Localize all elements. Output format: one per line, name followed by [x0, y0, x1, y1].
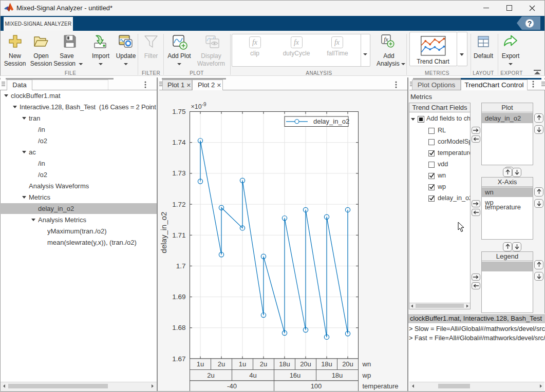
svg-text:1.72: 1.72 [172, 201, 185, 208]
svg-text:1.73: 1.73 [172, 169, 185, 177]
svg-text:18u: 18u [321, 360, 332, 368]
svg-text:2u: 2u [207, 371, 214, 379]
svg-text:wp: wp [362, 371, 371, 379]
svg-text:2u: 2u [260, 360, 267, 368]
svg-text:delay_in_o2: delay_in_o2 [313, 117, 349, 125]
svg-text:16u: 16u [290, 371, 301, 379]
svg-text:100: 100 [311, 382, 322, 390]
svg-text:20u: 20u [300, 360, 311, 368]
svg-text:delay_in_o2: delay_in_o2 [159, 212, 168, 253]
svg-text:×10-9: ×10-9 [191, 102, 207, 110]
svg-text:fx: fx [252, 38, 258, 46]
svg-text:2u: 2u [218, 360, 225, 368]
svg-text:?: ? [528, 19, 532, 28]
svg-text:fx: fx [334, 38, 340, 46]
svg-text:fx: fx [294, 38, 299, 46]
svg-text:1.74: 1.74 [172, 139, 186, 146]
svg-text:wn: wn [362, 360, 371, 368]
svg-text:4u: 4u [249, 371, 256, 379]
svg-text:temperature: temperature [363, 382, 399, 390]
svg-text:1u: 1u [239, 360, 246, 368]
svg-text:1.67: 1.67 [172, 355, 185, 363]
svg-text:-40: -40 [227, 382, 237, 390]
svg-text:1.71: 1.71 [172, 231, 185, 239]
svg-text:1u: 1u [197, 360, 204, 368]
svg-text:18u: 18u [279, 360, 290, 368]
svg-text:1.75: 1.75 [172, 108, 185, 115]
svg-text:1.68: 1.68 [172, 324, 185, 331]
svg-text:20u: 20u [342, 360, 353, 368]
svg-text:1.69: 1.69 [172, 293, 185, 301]
svg-text:18u: 18u [332, 371, 343, 379]
svg-text:1.7: 1.7 [176, 262, 186, 270]
